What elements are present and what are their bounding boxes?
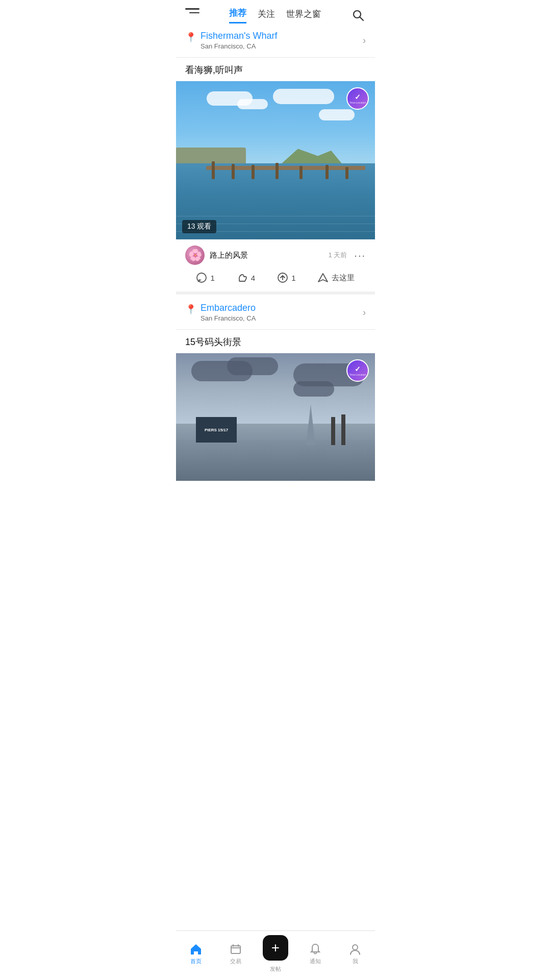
post2-image[interactable]: PIERS 15/17 ✓ Time+Location [176, 353, 375, 481]
like-icon [237, 272, 248, 283]
view-count-badge: 13 观看 [182, 220, 216, 233]
location2-sub: San Francisco, CA [201, 314, 256, 322]
share-button[interactable]: 1 [277, 272, 295, 283]
location-sub: San Francisco, CA [201, 42, 277, 50]
chevron-right-icon: › [363, 35, 366, 46]
navigate-icon [317, 272, 329, 283]
location-card-embarcadero[interactable]: 📍 Embarcadero San Francisco, CA › [176, 296, 375, 330]
like-count: 4 [251, 274, 255, 282]
tab-follow[interactable]: 关注 [258, 8, 275, 23]
navigate-label: 去这里 [332, 273, 355, 283]
comment-icon [196, 272, 207, 283]
share-icon [277, 272, 288, 283]
location-name: Fisherman's Wharf [201, 31, 277, 41]
post-author[interactable]: 🌸 路上的风景 [185, 246, 248, 265]
tab-recommend[interactable]: 推荐 [229, 7, 246, 23]
check2-icon: ✓ [355, 365, 361, 373]
badge-text: Time+Location [349, 101, 366, 104]
avatar: 🌸 [185, 246, 205, 265]
street-lamp2 [331, 417, 335, 445]
location2-info: 📍 Embarcadero San Francisco, CA [185, 303, 256, 322]
post2-title: 15号码头街景 [176, 330, 375, 353]
avatar-icon: 🌸 [188, 249, 202, 262]
verified-badge: ✓ Time+Location [346, 87, 369, 110]
pier-sign-text: PIERS 15/17 [205, 428, 228, 432]
pier-sign: PIERS 15/17 [196, 417, 237, 443]
share-count: 1 [291, 274, 295, 282]
comment-count: 1 [210, 274, 214, 282]
post1-image[interactable]: 13 观看 ✓ Time+Location [176, 81, 375, 239]
chevron2-right-icon: › [363, 307, 366, 318]
swap-icon[interactable] [185, 8, 199, 22]
check-icon: ✓ [355, 93, 361, 101]
search-button[interactable] [350, 8, 366, 23]
svg-marker-4 [318, 274, 328, 282]
badge2-text: Time+Location [349, 373, 366, 376]
location2-name: Embarcadero [201, 303, 256, 313]
post1-title: 看海狮,听叫声 [176, 58, 375, 81]
like-button[interactable]: 4 [237, 272, 255, 283]
location-card-fishermans-wharf[interactable]: 📍 Fisherman's Wharf San Francisco, CA › [176, 23, 375, 58]
comment-button[interactable]: 1 [196, 272, 214, 283]
street-lamp1 [341, 414, 345, 445]
verified-badge2: ✓ Time+Location [346, 359, 369, 382]
pin2-icon: 📍 [185, 304, 196, 315]
author-name: 路上的风景 [210, 251, 248, 260]
pin-icon: 📍 [185, 32, 196, 43]
svg-line-1 [360, 17, 364, 21]
location-info: 📍 Fisherman's Wharf San Francisco, CA [185, 31, 277, 50]
tab-world[interactable]: 世界之窗 [286, 8, 321, 23]
more-options-button[interactable]: ··· [354, 250, 366, 261]
post-time: 1 天前 [328, 251, 347, 260]
header-tabs: 推荐 关注 世界之窗 [229, 7, 321, 23]
post1-meta: 🌸 路上的风景 1 天前 ··· [176, 239, 375, 269]
header: 推荐 关注 世界之窗 [176, 0, 375, 23]
post1-actions: 1 4 1 去这里 [176, 269, 375, 295]
navigate-button[interactable]: 去这里 [317, 272, 355, 283]
